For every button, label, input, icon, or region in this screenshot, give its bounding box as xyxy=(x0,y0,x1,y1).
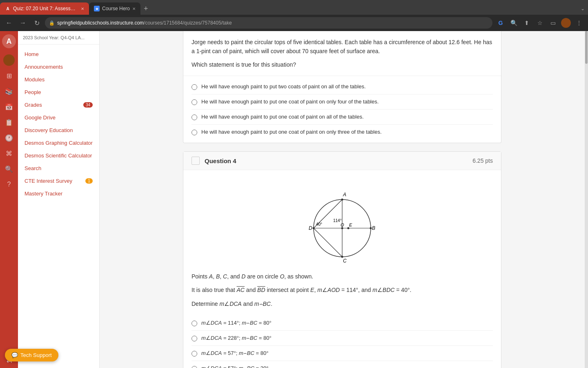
sidebar-item-home[interactable]: Home xyxy=(18,48,99,61)
tab-favicon-quiz: A xyxy=(5,6,11,11)
sidebar-item-google-drive-label: Google Drive xyxy=(24,114,56,121)
courses-icon[interactable]: 📚 xyxy=(2,84,16,98)
help-icon[interactable]: ? xyxy=(2,177,16,191)
scrollbar-thumb[interactable] xyxy=(585,31,588,64)
commons-icon[interactable]: ⌘ xyxy=(2,146,16,160)
svg-text:B: B xyxy=(372,225,375,231)
sidebar-item-desmos-graphing[interactable]: Desmos Graphing Calculator xyxy=(18,137,99,149)
cte-badge: 1 xyxy=(85,178,93,184)
more-tabs-button[interactable]: ⌄ xyxy=(577,2,588,15)
sidebar-item-search-label: Search xyxy=(24,165,41,171)
sidebar-item-people[interactable]: People xyxy=(18,86,99,99)
sidebar-item-discovery-education[interactable]: Discovery Education xyxy=(18,124,99,137)
question-4-description: Points A, B, C, and D are on circle O, a… xyxy=(192,272,493,309)
sidebar-item-desmos-scientific[interactable]: Desmos Scientific Calculator xyxy=(18,149,99,162)
url-text: springfieldpublicschools.instructure.com… xyxy=(57,20,232,26)
q4-option-1-text: m∠DCA = 114°; m⌢BC = 80° xyxy=(201,320,272,326)
sidebar-item-home-label: Home xyxy=(24,51,39,57)
q4-desc-1: Points A, B, C, and D are on circle O, a… xyxy=(192,272,493,282)
circle-diagram-container: A B C D O E 114° 40° xyxy=(192,183,493,265)
q3-radio-1[interactable] xyxy=(192,84,197,90)
tech-support-button[interactable]: 💬 Tech Support xyxy=(5,349,58,361)
menu-button[interactable]: ⋮ xyxy=(573,17,585,29)
forward-button[interactable]: → xyxy=(17,17,29,29)
back-button[interactable]: ← xyxy=(3,17,15,29)
sidebar-item-mastery-tracker[interactable]: Mastery Tracker xyxy=(18,187,99,200)
q4-desc-3: Determine m∠DCA and m⌢BC. xyxy=(192,299,493,309)
history-icon[interactable]: 🕐 xyxy=(2,131,16,145)
canvas-logo[interactable]: A xyxy=(2,34,16,48)
sidebar-nav: Home Announcements Modules People Grades… xyxy=(18,45,99,203)
question-4-pts: 6.25 pts xyxy=(472,157,493,164)
svg-text:114°: 114° xyxy=(333,218,342,223)
q4-option-1: m∠DCA = 114°; m⌢BC = 80° xyxy=(192,316,493,331)
tab-coursehero[interactable]: ★ Course Hero ✕ xyxy=(89,2,140,15)
q4-option-2-text: m∠DCA = 228°; m⌢BC = 80° xyxy=(201,335,272,341)
icon-rail: A ⊞ 📚 📅 📋 🕐 ⌘ 🔍 ? ↤ xyxy=(0,31,18,368)
question-3-preamble: Jorge needs to paint the circular tops o… xyxy=(183,31,501,76)
q4-option-3: m∠DCA = 57°; m⌢BC = 80° xyxy=(192,346,493,361)
tab-quiz-title: Quiz: 07.20 Unit 7: Assessmen... xyxy=(13,6,78,11)
scrollbar[interactable] xyxy=(585,31,588,368)
q3-radio-3[interactable] xyxy=(192,114,197,120)
q4-desc-2: It is also true that AC and BD intersect… xyxy=(192,285,493,295)
sidebar: 2023 School Year: Q4-Q4 LA... Home Annou… xyxy=(18,31,100,368)
new-tab-button[interactable]: + xyxy=(140,2,151,15)
svg-text:D: D xyxy=(309,225,312,231)
sidebar-item-announcements[interactable]: Announcements xyxy=(18,61,99,73)
sidebar-item-google-drive[interactable]: Google Drive xyxy=(18,111,99,124)
dashboard-icon[interactable]: ⊞ xyxy=(2,69,16,83)
search-rail-icon[interactable]: 🔍 xyxy=(2,162,16,176)
tech-support-icon: 💬 xyxy=(11,352,18,358)
q4-radio-3[interactable] xyxy=(192,351,197,357)
q3-option-3-text: He will have enough paint to put one coa… xyxy=(201,114,364,120)
profile-button[interactable] xyxy=(560,17,572,29)
question-4-flag[interactable] xyxy=(192,157,200,165)
calendar-icon[interactable]: 📅 xyxy=(2,100,16,114)
url-path: /courses/1715684/quizzes/7578405/take xyxy=(144,20,232,26)
q4-radio-4[interactable] xyxy=(192,366,197,368)
lock-icon: 🔒 xyxy=(49,20,55,26)
sidebar-item-cte[interactable]: CTE Interest Survey 1 xyxy=(18,175,99,187)
grades-badge: 34 xyxy=(83,102,93,108)
bookmark-icon[interactable]: ☆ xyxy=(534,17,546,29)
search-icon[interactable]: 🔍 xyxy=(508,17,519,29)
user-avatar-rail[interactable] xyxy=(2,53,16,67)
tab-favicon-ch: ★ xyxy=(94,6,100,11)
q3-option-2-text: He will have enough paint to put one coa… xyxy=(201,99,379,105)
sidebar-item-modules-label: Modules xyxy=(24,76,45,83)
google-icon[interactable]: G xyxy=(495,17,506,29)
url-bar[interactable]: 🔒 springfieldpublicschools.instructure.c… xyxy=(45,17,492,29)
inbox-icon[interactable]: 📋 xyxy=(2,115,16,129)
question-4-header: Question 4 6.25 pts xyxy=(183,152,501,170)
app-layout: A ⊞ 📚 📅 📋 🕐 ⌘ 🔍 ? ↤ 2023 School Year: Q4… xyxy=(0,31,588,368)
sidebar-item-people-label: People xyxy=(24,89,41,95)
svg-text:C: C xyxy=(343,258,347,264)
reload-button[interactable]: ↻ xyxy=(31,17,42,29)
share-icon[interactable]: ⬆ xyxy=(521,17,532,29)
q4-radio-1[interactable] xyxy=(192,321,197,326)
question-4-options: m∠DCA = 114°; m⌢BC = 80° m∠DCA = 228°; m… xyxy=(192,316,493,368)
question-4-title: Question 4 xyxy=(205,157,468,164)
q4-option-4-text: m∠DCA = 57°; m⌢BC = 20° xyxy=(201,365,268,368)
tab-close-quiz[interactable]: ✕ xyxy=(81,7,84,11)
sidebar-item-modules[interactable]: Modules xyxy=(18,73,99,86)
sidebar-item-cte-label: CTE Interest Survey xyxy=(24,178,72,184)
tab-bar: A Quiz: 07.20 Unit 7: Assessmen... ✕ ★ C… xyxy=(0,0,588,15)
sidebar-item-search[interactable]: Search xyxy=(18,162,99,175)
q3-radio-2[interactable] xyxy=(192,99,197,105)
q3-option-4: He will have enough paint to put one coa… xyxy=(192,125,493,139)
tab-quiz[interactable]: A Quiz: 07.20 Unit 7: Assessmen... ✕ xyxy=(0,2,89,15)
question-4-box: Question 4 6.25 pts xyxy=(183,151,501,368)
url-domain: springfieldpublicschools.instructure.com xyxy=(57,20,144,26)
tab-close-ch[interactable]: ✕ xyxy=(132,7,136,11)
sidebar-item-grades[interactable]: Grades 34 xyxy=(18,99,99,111)
q4-option-2: m∠DCA = 228°; m⌢BC = 80° xyxy=(192,331,493,346)
question-3-text: Jorge needs to paint the circular tops o… xyxy=(192,38,493,56)
question-3-subtext: Which statement is true for this situati… xyxy=(192,60,493,69)
q3-radio-4[interactable] xyxy=(192,130,197,135)
quiz-wrapper: Jorge needs to paint the circular tops o… xyxy=(175,31,510,368)
q3-option-3: He will have enough paint to put one coa… xyxy=(192,110,493,125)
sidebar-toggle-icon[interactable]: ▭ xyxy=(547,17,559,29)
q4-radio-2[interactable] xyxy=(192,336,197,341)
